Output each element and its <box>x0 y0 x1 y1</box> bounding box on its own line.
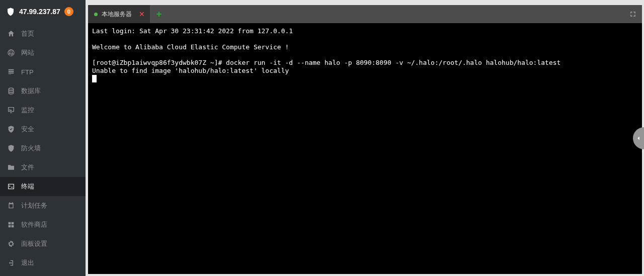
sidebar-item-home[interactable]: 首页 <box>0 24 86 43</box>
sidebar-item-label: 监控 <box>21 106 34 115</box>
sidebar-item-label: 防火墙 <box>21 144 41 153</box>
shield-icon <box>6 7 15 16</box>
server-ip: 47.99.237.87 <box>19 8 60 16</box>
terminal-line <box>92 35 638 43</box>
sidebar-item-settings[interactable]: 面板设置 <box>0 234 86 253</box>
terminal-line: Last login: Sat Apr 30 23:31:42 2022 fro… <box>92 27 638 35</box>
sidebar-item-monitor[interactable]: 监控 <box>0 101 86 120</box>
sidebar-item-security[interactable]: 安全 <box>0 120 86 139</box>
status-dot-icon <box>94 13 98 16</box>
sidebar-item-database[interactable]: 数据库 <box>0 81 86 101</box>
tab-label: 本地服务器 <box>102 10 132 19</box>
add-tab-button[interactable]: + <box>150 5 168 23</box>
sidebar-item-label: 数据库 <box>21 86 41 96</box>
calendar-icon <box>7 202 15 210</box>
folder-icon <box>7 163 15 171</box>
sidebar-item-label: 网站 <box>21 48 34 57</box>
terminal-tab-local[interactable]: 本地服务器 ✕ <box>88 5 150 23</box>
terminal-icon <box>7 182 15 191</box>
sidebar-item-ftp[interactable]: FTP <box>0 62 86 81</box>
apps-icon <box>7 221 15 229</box>
terminal-line: Welcome to Alibaba Cloud Elastic Compute… <box>92 43 638 51</box>
fullscreen-button[interactable] <box>624 5 642 23</box>
sidebar-item-label: FTP <box>21 68 34 76</box>
main-panel: 本地服务器 ✕ + Last login: Sat Apr 30 23:31:4… <box>88 5 642 274</box>
sidebar-item-label: 软件商店 <box>21 220 47 229</box>
gear-icon <box>7 240 15 248</box>
sidebar-item-firewall[interactable]: 防火墙 <box>0 139 86 158</box>
sidebar-item-label: 文件 <box>21 163 34 172</box>
monitor-icon <box>7 106 15 114</box>
terminal-line: [root@iZbp1aiwvqp86f3ydwbk07Z ~]# docker… <box>92 59 638 67</box>
sidebar-item-label: 面板设置 <box>21 239 47 248</box>
sidebar: 47.99.237.87 0 首页 网站 FTP 数据库 <box>0 0 86 276</box>
sidebar-item-website[interactable]: 网站 <box>0 43 86 62</box>
sidebar-item-label: 终端 <box>21 182 34 191</box>
sidebar-item-label: 安全 <box>21 125 34 134</box>
terminal-output[interactable]: Last login: Sat Apr 30 23:31:42 2022 fro… <box>88 23 642 274</box>
logout-icon <box>7 259 15 267</box>
terminal-line: Unable to find image 'halohub/halo:lates… <box>92 67 638 75</box>
ftp-icon <box>7 68 15 76</box>
close-icon[interactable]: ✕ <box>139 10 145 18</box>
sidebar-item-label: 计划任务 <box>21 201 47 210</box>
shield-check-icon <box>7 125 15 133</box>
terminal-tab-bar: 本地服务器 ✕ + <box>88 5 642 23</box>
home-icon <box>7 30 15 38</box>
sidebar-item-logout[interactable]: 退出 <box>0 253 86 272</box>
notification-badge[interactable]: 0 <box>64 7 73 16</box>
sidebar-item-label: 退出 <box>21 258 34 267</box>
terminal-line <box>92 51 638 59</box>
sidebar-item-file[interactable]: 文件 <box>0 158 86 177</box>
sidebar-item-software[interactable]: 软件商店 <box>0 215 86 234</box>
database-icon <box>7 87 15 95</box>
sidebar-item-terminal[interactable]: 终端 <box>0 177 86 196</box>
firewall-icon <box>7 144 15 152</box>
sidebar-header: 47.99.237.87 0 <box>0 0 86 23</box>
cursor-icon <box>92 75 97 82</box>
sidebar-nav: 首页 网站 FTP 数据库 监控 <box>0 23 86 276</box>
globe-icon <box>7 49 15 57</box>
sidebar-item-label: 首页 <box>21 29 34 38</box>
sidebar-item-schedule[interactable]: 计划任务 <box>0 196 86 215</box>
